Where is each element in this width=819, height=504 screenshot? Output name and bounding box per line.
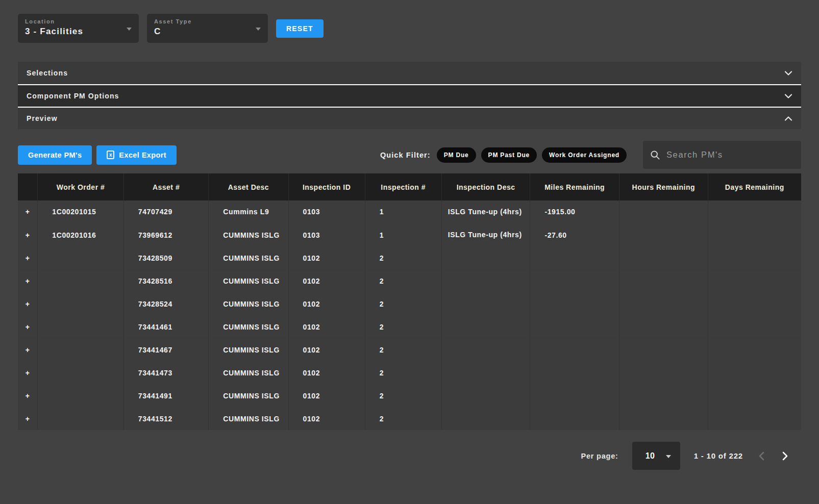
cell-inspection-num: 2 bbox=[365, 361, 441, 384]
chevron-right-icon bbox=[782, 451, 788, 461]
cell-inspection-num: 2 bbox=[365, 269, 441, 292]
cell-hours-remaining bbox=[619, 338, 708, 361]
toolbar-filters: Quick Filter: PM Due PM Past Due Work Or… bbox=[380, 141, 801, 169]
expand-row-button[interactable]: + bbox=[18, 384, 38, 407]
cell-inspection-num: 2 bbox=[365, 407, 441, 430]
cell-inspection-id: 0103 bbox=[288, 200, 365, 223]
cell-days-remaining bbox=[708, 246, 801, 269]
caret-down-icon bbox=[127, 28, 132, 31]
cell-days-remaining bbox=[708, 269, 801, 292]
cell-days-remaining bbox=[708, 292, 801, 315]
table-row: + 73441461 CUMMINS ISLG 0102 2 bbox=[18, 315, 801, 338]
cell-days-remaining bbox=[708, 361, 801, 384]
table-row: + 73441491 CUMMINS ISLG 0102 2 bbox=[18, 384, 801, 407]
accordion-section-selections[interactable]: Selections bbox=[18, 62, 801, 84]
cell-asset: 74707429 bbox=[123, 200, 208, 223]
cell-days-remaining bbox=[708, 200, 801, 223]
cell-inspection-num: 2 bbox=[365, 292, 441, 315]
column-header-work-order: Work Order # bbox=[38, 173, 124, 200]
cell-asset-desc: CUMMINS ISLG bbox=[209, 315, 288, 338]
cell-days-remaining bbox=[708, 338, 801, 361]
excel-export-button[interactable]: x Excel Export bbox=[96, 145, 177, 165]
cell-miles-remaining bbox=[530, 292, 619, 315]
location-select[interactable]: Location 3 - Facilities bbox=[18, 14, 139, 43]
per-page-select[interactable]: 10 bbox=[632, 442, 680, 470]
cell-asset-desc: CUMMINS ISLG bbox=[209, 361, 288, 384]
accordion-section-preview[interactable]: Preview bbox=[18, 107, 801, 129]
cell-inspection-num: 1 bbox=[365, 223, 441, 246]
filter-bar: Location 3 - Facilities Asset Type C RES… bbox=[18, 14, 801, 43]
column-header-miles-remaining: Miles Remaining bbox=[530, 173, 619, 200]
page-range-text: 1 - 10 of 222 bbox=[694, 451, 743, 460]
cell-work-order bbox=[38, 384, 124, 407]
cell-inspection-id: 0103 bbox=[288, 223, 365, 246]
column-header-inspection-desc: Inspection Desc bbox=[441, 173, 530, 200]
cell-asset: 73428524 bbox=[123, 292, 208, 315]
column-header-hours-remaining: Hours Remaining bbox=[619, 173, 708, 200]
cell-miles-remaining bbox=[530, 246, 619, 269]
table-row: + 73428524 CUMMINS ISLG 0102 2 bbox=[18, 292, 801, 315]
cell-asset-desc: CUMMINS ISLG bbox=[209, 269, 288, 292]
accordion-section-component-pm-options[interactable]: Component PM Options bbox=[18, 84, 801, 107]
cell-asset-desc: CUMMINS ISLG bbox=[209, 407, 288, 430]
expand-row-button[interactable]: + bbox=[18, 292, 38, 315]
toolbar-actions: Generate PM's x Excel Export bbox=[18, 145, 177, 165]
cell-work-order bbox=[38, 361, 124, 384]
asset-type-select[interactable]: Asset Type C bbox=[147, 14, 268, 43]
cell-inspection-num: 2 bbox=[365, 315, 441, 338]
cell-inspection-id: 0102 bbox=[288, 246, 365, 269]
cell-inspection-id: 0102 bbox=[288, 384, 365, 407]
cell-asset: 73428516 bbox=[123, 269, 208, 292]
reset-button[interactable]: RESET bbox=[276, 19, 324, 38]
chevron-up-icon bbox=[784, 116, 792, 121]
cell-inspection-desc bbox=[441, 361, 530, 384]
column-header-days-remaining: Days Remaining bbox=[708, 173, 801, 200]
quick-filter-chip-pm-due[interactable]: PM Due bbox=[437, 147, 476, 163]
cell-hours-remaining bbox=[619, 384, 708, 407]
cell-asset-desc: Cummins L9 bbox=[209, 200, 288, 223]
cell-hours-remaining bbox=[619, 315, 708, 338]
search-box bbox=[643, 141, 801, 169]
quick-filter-chip-pm-past-due[interactable]: PM Past Due bbox=[481, 147, 537, 163]
expand-row-button[interactable]: + bbox=[18, 407, 38, 430]
cell-inspection-desc bbox=[441, 384, 530, 407]
expand-row-button[interactable]: + bbox=[18, 223, 38, 246]
cell-miles-remaining: -1915.00 bbox=[530, 200, 619, 223]
expand-row-button[interactable]: + bbox=[18, 269, 38, 292]
cell-asset-desc: CUMMINS ISLG bbox=[209, 384, 288, 407]
cell-work-order bbox=[38, 269, 124, 292]
expand-row-button[interactable]: + bbox=[18, 246, 38, 269]
cell-asset: 73441461 bbox=[123, 315, 208, 338]
expand-row-button[interactable]: + bbox=[18, 338, 38, 361]
chevron-down-icon bbox=[784, 94, 792, 98]
accordion-label: Preview bbox=[27, 114, 58, 122]
cell-work-order bbox=[38, 338, 124, 361]
table-row: + 73428516 CUMMINS ISLG 0102 2 bbox=[18, 269, 801, 292]
table-row: + 1C00201016 73969612 CUMMINS ISLG 0103 … bbox=[18, 223, 801, 246]
cell-asset-desc: CUMMINS ISLG bbox=[209, 223, 288, 246]
next-page-button[interactable] bbox=[780, 449, 790, 463]
excel-file-icon: x bbox=[107, 150, 114, 159]
cell-inspection-desc bbox=[441, 338, 530, 361]
expand-row-button[interactable]: + bbox=[18, 361, 38, 384]
cell-asset: 73428509 bbox=[123, 246, 208, 269]
cell-miles-remaining bbox=[530, 407, 619, 430]
cell-miles-remaining bbox=[530, 338, 619, 361]
cell-inspection-desc: ISLG Tune-up (4hrs) bbox=[441, 200, 530, 223]
cell-asset: 73441491 bbox=[123, 384, 208, 407]
search-input[interactable] bbox=[666, 150, 794, 160]
cell-work-order bbox=[38, 407, 124, 430]
cell-inspection-desc bbox=[441, 407, 530, 430]
accordion: Selections Component PM Options Preview bbox=[18, 62, 801, 129]
cell-days-remaining bbox=[708, 315, 801, 338]
quick-filter-chip-work-order-assigned[interactable]: Work Order Assigned bbox=[542, 147, 627, 163]
generate-pms-button[interactable]: Generate PM's bbox=[18, 145, 92, 165]
chevron-down-icon bbox=[784, 71, 792, 75]
cell-inspection-desc: ISLG Tune-up (4hrs) bbox=[441, 223, 530, 246]
expand-row-button[interactable]: + bbox=[18, 200, 38, 223]
cell-days-remaining bbox=[708, 223, 801, 246]
accordion-label: Selections bbox=[27, 69, 68, 77]
table-row: + 1C00201015 74707429 Cummins L9 0103 1 … bbox=[18, 200, 801, 223]
previous-page-button[interactable] bbox=[757, 449, 766, 463]
expand-row-button[interactable]: + bbox=[18, 315, 38, 338]
